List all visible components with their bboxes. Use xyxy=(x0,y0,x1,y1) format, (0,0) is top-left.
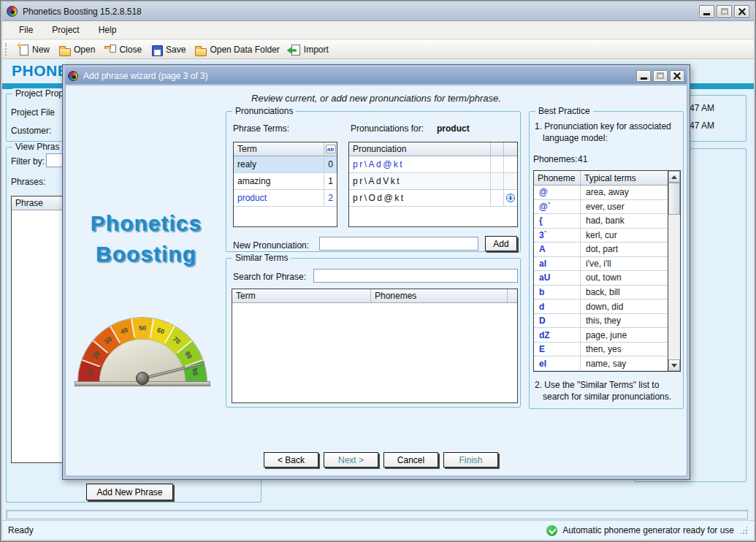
group-label: Project Prop xyxy=(12,88,66,99)
status-bar: Ready Automatic phoneme generator ready … xyxy=(2,520,754,540)
phoneme-row[interactable]: 3` kerl, cur xyxy=(534,229,668,243)
phoneme-table-scrollbar[interactable] xyxy=(668,171,680,371)
phoneme-column-header[interactable]: Phoneme xyxy=(534,171,581,185)
best-practice-group: Best Practice 1. Pronunciation key for a… xyxy=(529,111,684,409)
app-icon xyxy=(7,6,18,17)
scroll-down-button[interactable] xyxy=(668,359,680,371)
toolbar-button-open[interactable]: Open xyxy=(55,42,99,57)
typical-terms-column-header[interactable]: Typical terms xyxy=(581,171,668,185)
search-phrase-input[interactable] xyxy=(313,269,518,283)
wizard-button[interactable]: < Back xyxy=(264,452,318,467)
minimize-button[interactable] xyxy=(699,5,714,18)
data-folder-icon xyxy=(194,44,207,56)
group-label: View Phras xyxy=(12,142,62,152)
term-index-cell: 2 xyxy=(324,190,337,206)
pronunciation-row[interactable]: pr\AdVkt xyxy=(349,173,517,190)
pronunciation-row[interactable]: pr\Od@kt xyxy=(349,190,517,207)
wizard-button[interactable]: Cancel xyxy=(383,452,438,467)
add-new-phrase-button[interactable]: Add New Phrase xyxy=(86,484,173,500)
menu-item[interactable]: File xyxy=(9,22,42,38)
phoneme-row[interactable]: @ area, away xyxy=(534,186,668,200)
term-row[interactable]: amazing 1 xyxy=(234,173,337,190)
add-pronunciation-icon[interactable] xyxy=(506,194,515,202)
phoneme-symbol: aI xyxy=(534,257,581,271)
phonemes-column-header[interactable]: Phonemes xyxy=(371,289,508,302)
similar-terms-group: Similar Terms Search for Phrase: Term Ph… xyxy=(226,258,521,408)
phoneme-row[interactable]: A dot, part xyxy=(534,243,668,257)
toolbar-button-new[interactable]: New xyxy=(13,42,53,57)
dialog-minimize-button[interactable] xyxy=(636,70,651,82)
logo-line1: Phonetics xyxy=(73,208,219,239)
phoneme-typical-terms: area, away xyxy=(581,186,629,199)
dialog-close-button[interactable] xyxy=(670,70,684,82)
best-practice-note-1: 1. Pronunciation key for associated lang… xyxy=(535,121,679,144)
add-cell xyxy=(504,173,517,189)
dialog-maximize-button[interactable] xyxy=(653,70,668,82)
phoneme-row[interactable]: eI name, say xyxy=(534,356,668,371)
scrollbar-thumb[interactable] xyxy=(668,183,680,215)
phoneme-symbol: b xyxy=(534,286,581,299)
term-row[interactable]: realy 0 xyxy=(234,156,337,173)
term-column-header[interactable]: Term xyxy=(232,289,371,302)
term-index-cell: 0 xyxy=(324,156,337,172)
maximize-button[interactable] xyxy=(717,5,732,18)
add-cell xyxy=(504,156,517,172)
phoneme-symbol: d xyxy=(534,299,581,313)
toolbar-button-save[interactable]: Save xyxy=(147,42,189,57)
phoneme-typical-terms: this, they xyxy=(581,314,621,328)
pronunciation-table[interactable]: Pronunciation pr\Ad@kt xyxy=(348,142,518,227)
toolbar-button-close[interactable]: Close xyxy=(100,42,145,57)
toolbar-button-open-data-folder[interactable]: Open Data Folder xyxy=(191,42,283,57)
phoneme-symbol: @ xyxy=(534,186,581,199)
boost-gauge: 102030405060708090 xyxy=(75,313,210,386)
pronunciation-row[interactable]: pr\Ad@kt xyxy=(349,156,517,173)
phoneme-row[interactable]: E then, yes xyxy=(534,343,668,357)
action-cell xyxy=(491,156,504,172)
close-icon xyxy=(738,7,747,16)
group-label: Pronunciations xyxy=(232,106,296,116)
phoneme-row[interactable]: b back, bill xyxy=(534,286,668,300)
bottom-panel xyxy=(6,510,748,519)
status-text: Ready xyxy=(8,525,34,535)
phonemes-count: 41 xyxy=(578,154,587,164)
scroll-up-button[interactable] xyxy=(668,171,680,183)
phoneme-symbol: D xyxy=(534,314,581,328)
phoneme-symbol: 3` xyxy=(534,229,581,243)
menu-item[interactable]: Project xyxy=(42,22,88,38)
toolbar-button-import[interactable]: Import xyxy=(285,42,332,57)
pronunciation-column-header[interactable]: Pronunciation xyxy=(349,142,491,156)
add-pronunciation-button[interactable]: Add xyxy=(485,236,517,251)
phoneme-row[interactable]: D this, they xyxy=(534,314,668,329)
term-row[interactable]: product 2 xyxy=(234,190,337,207)
phoneme-key-table[interactable]: Phoneme Typical terms @ area, away @` ev… xyxy=(533,170,681,372)
new-pronunciation-label: New Pronunciation: xyxy=(233,240,309,251)
similar-terms-table[interactable]: Term Phonemes xyxy=(232,289,518,403)
close-button[interactable] xyxy=(734,5,749,18)
scrollbar-track[interactable] xyxy=(668,215,680,359)
sort-alphabetical-icon[interactable]: ab xyxy=(326,145,336,153)
wizard-button[interactable]: Finish xyxy=(443,452,498,467)
group-label: Similar Terms xyxy=(232,253,291,263)
resize-grip-icon[interactable] xyxy=(739,526,748,535)
phoneme-row[interactable]: { had, bank xyxy=(534,214,668,229)
term-column-header[interactable]: Term xyxy=(234,142,324,156)
check-circle-icon xyxy=(546,525,557,536)
phoneme-row[interactable]: dZ page, june xyxy=(534,328,668,343)
new-pronunciation-input[interactable] xyxy=(319,237,478,251)
phoneme-row[interactable]: @` ever, user xyxy=(534,200,668,215)
phoneme-row[interactable]: aI i've, i'll xyxy=(534,257,668,272)
sort-column-header[interactable]: ab xyxy=(324,142,337,156)
app-header-text: PHONE xyxy=(12,62,68,80)
phoneme-symbol: eI xyxy=(534,356,581,370)
menu-item[interactable]: Help xyxy=(89,22,126,38)
phoneme-row[interactable]: d down, did xyxy=(534,299,668,314)
phrases-label: Phrases: xyxy=(11,177,45,187)
phrase-terms-table[interactable]: Term ab realy 0 amazing 1 xyxy=(233,142,337,227)
dialog-title-bar: Add phrase wizard (page 3 of 3) xyxy=(65,67,687,84)
dialog-body: Review current, or add new pronunciation… xyxy=(65,85,687,476)
term-cell: product xyxy=(234,190,324,206)
app-logo: Phonetics Boosting xyxy=(73,208,219,270)
wizard-button[interactable]: Next > xyxy=(324,452,378,467)
import-arrow-icon xyxy=(289,44,301,56)
phoneme-row[interactable]: aU out, town xyxy=(534,271,668,286)
